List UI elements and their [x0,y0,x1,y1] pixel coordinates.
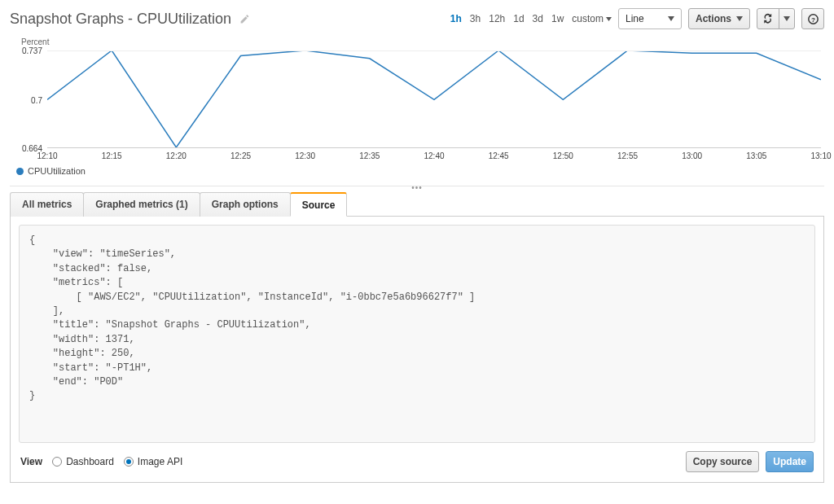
radio-dot-off [52,457,62,467]
time-range-12h[interactable]: 12h [489,13,505,24]
y-tick: 0.7 [31,95,42,104]
source-panel: { "view": "timeSeries", "stacked": false… [10,217,824,483]
x-tick: 12:20 [166,151,187,160]
caret-down-icon [668,16,674,21]
x-tick: 13:05 [746,151,766,160]
x-tick: 12:30 [295,151,315,160]
x-tick: 12:10 [37,151,57,160]
chart-plot[interactable] [47,50,821,148]
update-button[interactable]: Update [766,451,814,472]
tab-graphed-metrics-1-[interactable]: Graphed metrics (1) [83,192,200,217]
help-icon: ? [808,14,819,24]
refresh-icon [762,13,774,24]
copy-source-label: Copy source [693,456,753,467]
tab-source[interactable]: Source [290,192,348,217]
actions-button[interactable]: Actions [688,8,750,29]
y-axis-ticks: 0.7370.70.664 [10,50,44,148]
page-title: Snapshot Graphs - CPUUtilization [10,11,231,28]
x-tick: 12:35 [359,151,380,160]
time-range-1h[interactable]: 1h [450,13,462,24]
legend-label: CPUUtilization [28,166,86,176]
caret-down-icon [736,16,743,21]
tab-all-metrics[interactable]: All metrics [10,192,84,217]
radio-image-api-label: Image API [138,456,182,467]
caret-down-icon [784,16,790,21]
time-range-custom[interactable]: custom [572,13,612,24]
update-label: Update [773,456,806,467]
chart-type-select[interactable]: Line [618,8,682,29]
refresh-options-button[interactable] [779,8,795,29]
time-range-3d[interactable]: 3d [533,13,543,24]
y-tick: 0.737 [22,46,42,55]
legend-color-dot [16,168,24,175]
y-axis-label: Percent [21,37,49,46]
toolbar: 1h3h12h1d3d1wcustom Line Actions [450,8,824,29]
time-range-3h[interactable]: 3h [470,13,481,24]
source-json-editor[interactable]: { "view": "timeSeries", "stacked": false… [19,225,815,443]
svg-text:?: ? [811,15,815,23]
x-tick: 12:40 [424,151,444,160]
radio-dashboard-label: Dashboard [66,456,114,467]
x-tick: 12:25 [230,151,251,160]
time-range-picker: 1h3h12h1d3d1wcustom [450,13,612,24]
line-chart-svg [47,50,821,147]
x-tick: 13:10 [810,151,831,160]
view-mode-group: View Dashboard Image API [20,456,182,467]
radio-image-api[interactable]: Image API [124,456,182,467]
copy-source-button[interactable]: Copy source [686,451,760,472]
x-tick: 13:00 [682,151,702,160]
chart-type-value: Line [626,13,644,24]
pencil-icon[interactable] [238,12,251,25]
time-range-1w[interactable]: 1w [551,13,564,24]
refresh-button[interactable] [757,8,779,29]
chart-panel: Percent 0.7370.70.664 12:1012:1512:2012:… [10,34,824,181]
x-tick: 12:15 [102,151,122,160]
x-tick: 12:50 [553,151,573,160]
caret-down-icon [606,17,612,21]
actions-label: Actions [696,13,731,24]
view-label: View [20,456,42,467]
chart-legend: CPUUtilization [10,164,824,179]
header-bar: Snapshot Graphs - CPUUtilization 1h3h12h… [10,7,824,34]
refresh-split-button [757,8,795,29]
radio-dashboard[interactable]: Dashboard [52,456,114,467]
time-range-1d[interactable]: 1d [513,13,524,24]
x-tick: 12:45 [489,151,509,160]
drag-handle-icon[interactable]: ••• [411,183,423,192]
radio-dot-on [124,457,134,467]
tab-graph-options[interactable]: Graph options [200,192,291,217]
panel-divider[interactable]: ••• [10,186,824,186]
x-axis-ticks: 12:1012:1512:2012:2512:3012:3512:4012:45… [47,151,821,164]
tabs-bar: All metricsGraphed metrics (1)Graph opti… [10,191,824,217]
x-tick: 12:55 [617,151,638,160]
help-button[interactable]: ? [801,8,824,29]
